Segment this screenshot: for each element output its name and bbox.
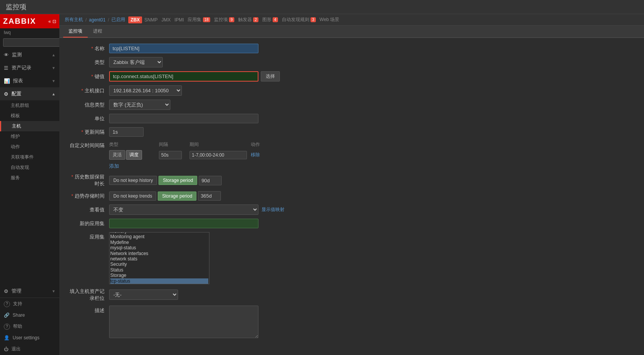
nav-auto-discovery[interactable]: 自动发现规则 3 — [280, 16, 317, 24]
form-row-app-set: 应用集 Memory Monitoring agent Mydefine mys… — [67, 232, 636, 284]
nav-snmp[interactable]: SNMP — [143, 16, 159, 23]
nav-graphs[interactable]: 图形 4 — [261, 16, 280, 24]
config-icon: ⚙ — [4, 91, 8, 97]
sidebar-item-assets[interactable]: ☰ 资产记录 ▼ — [0, 61, 59, 74]
sidebar-share[interactable]: 🔗 Share — [0, 310, 59, 321]
sidebar-logout[interactable]: ⏻ 退出 — [0, 343, 59, 355]
fill-select[interactable]: -无- — [109, 290, 178, 300]
top-nav: 所有主机 / agent01 / 已启用 ZBX SNMP JMX IPMI 应… — [59, 14, 644, 26]
form-row-new-app: 新的应用集 — [67, 219, 636, 228]
app-set-select[interactable]: Memory Monitoring agent Mydefine mysql-s… — [110, 232, 209, 284]
form-row-interface: * 主机接口 192.168.226.164 : 10050 — [67, 85, 636, 96]
no-keep-trends-button[interactable]: Do not keep trends — [109, 191, 156, 201]
add-interval-button[interactable]: 添加 — [109, 163, 119, 170]
tab-monitor-item[interactable]: 监控项 — [63, 26, 88, 38]
key-label: * 键值 — [67, 73, 109, 80]
chevron-right-icon: ▼ — [52, 66, 56, 70]
interval-type-flexible[interactable]: 灵活 — [109, 150, 125, 160]
sidebar-item-reports[interactable]: 📊 报表 ▼ — [0, 74, 59, 87]
nav-all-hosts[interactable]: 所有主机 — [63, 16, 85, 24]
collapse-icon[interactable]: « — [48, 19, 51, 24]
sidebar-logo: ZABBIX « ⊡ — [0, 14, 59, 28]
interval-col-interval: 间隔 — [159, 141, 190, 149]
form-row-info-type: 信息类型 数字 (无正负) 数字 (浮点) 字符串 日志 文本 — [67, 100, 636, 110]
admin-icon: ⚙ — [4, 288, 8, 294]
show-value-map-button[interactable]: 显示值映射 — [262, 206, 284, 213]
form-row-update-interval: * 更新间隔 — [67, 127, 636, 137]
nav-triggers[interactable]: 触发器 2 — [237, 16, 260, 24]
nav-web-scenarios[interactable]: Web 场景 — [318, 16, 341, 24]
nav-agent01[interactable]: agent01 — [87, 16, 107, 23]
storage-period-history-button[interactable]: Storage period — [159, 176, 197, 185]
support-icon: ? — [4, 301, 10, 307]
custom-interval-row: 灵活 调度 — [109, 149, 263, 160]
sidebar-sub-maintenance[interactable]: 维护 — [0, 131, 59, 142]
sidebar-user: lwq — [0, 28, 59, 37]
sidebar-item-label: 资产记录 — [11, 64, 31, 71]
sidebar-sub-host-groups[interactable]: 主机群组 — [0, 100, 59, 111]
nav-zbx-badge[interactable]: ZBX — [128, 16, 142, 23]
no-keep-history-button[interactable]: Do not keep history — [109, 176, 157, 185]
sidebar-help[interactable]: ? 帮助 — [0, 321, 59, 332]
sub-tabs: 监控项 进程 — [59, 26, 644, 38]
tab-process[interactable]: 进程 — [88, 26, 108, 38]
type-select[interactable]: Zabbix 客户端 SNMP IPMI JMX — [109, 57, 163, 67]
sidebar-sub-services[interactable]: 服务 — [0, 173, 59, 183]
form-row-custom-interval: 自定义时间间隔 类型 间隔 期间 动作 — [67, 141, 636, 170]
trends-value-input[interactable] — [198, 191, 221, 201]
interval-remove-button[interactable]: 移除 — [251, 152, 260, 158]
sidebar-item-monitor[interactable]: 👁 监测 ▲ — [0, 48, 59, 61]
interval-col-period: 期间 — [190, 141, 251, 149]
fullscreen-icon[interactable]: ⊡ — [52, 19, 56, 24]
interval-type-scheduled[interactable]: 调度 — [126, 150, 142, 160]
help-icon: ? — [4, 324, 10, 330]
search-input[interactable] — [3, 38, 59, 47]
form-row-value-map: 查看值 不变 显示值映射 — [67, 204, 636, 215]
sidebar-sub-templates[interactable]: 模板 — [0, 111, 59, 121]
sidebar-sub-actions[interactable]: 动作 — [0, 142, 59, 152]
logout-icon: ⏻ — [4, 347, 8, 352]
nav-monitor-items[interactable]: 监控项 9 — [212, 16, 236, 24]
interval-col-action: 动作 — [251, 141, 263, 149]
description-textarea[interactable] — [109, 306, 258, 338]
sidebar-item-config[interactable]: ⚙ 配置 ▲ — [0, 87, 59, 100]
sidebar-sub-discovery[interactable]: 自动发现 — [0, 162, 59, 173]
logo-text: ZABBIX — [3, 17, 36, 26]
new-app-input[interactable] — [109, 219, 258, 228]
history-label: * 历史数据保留时长 — [67, 173, 109, 187]
interval-col-type: 类型 — [109, 141, 159, 149]
sidebar-user-settings[interactable]: 👤 User settings — [0, 332, 59, 343]
info-type-label: 信息类型 — [67, 101, 109, 108]
storage-period-trends-button[interactable]: Storage period — [158, 191, 196, 201]
custom-interval-label: 自定义时间间隔 — [67, 141, 109, 149]
nav-enabled[interactable]: 已启用 — [110, 16, 127, 24]
sidebar-sub-hosts[interactable]: 主机 — [0, 121, 59, 131]
interval-period-input[interactable] — [190, 151, 247, 159]
page-title: 监控项 — [6, 3, 26, 11]
interval-value-input[interactable] — [159, 151, 182, 159]
key-input[interactable] — [109, 71, 258, 82]
interface-select[interactable]: 192.168.226.164 : 10050 — [109, 85, 182, 96]
sidebar-support[interactable]: ? 支持 — [0, 298, 59, 310]
nav-app-sets[interactable]: 应用集 18 — [186, 16, 211, 24]
update-interval-input[interactable] — [109, 127, 144, 137]
sidebar-item-label: 配置 — [11, 90, 21, 97]
sidebar-item-admin[interactable]: ⚙ 管理 ▼ — [0, 285, 59, 298]
nav-jmx[interactable]: JMX — [160, 16, 172, 23]
form-row-unit: 单位 — [67, 114, 636, 123]
sidebar-sub-correlation[interactable]: 关联项事件 — [0, 152, 59, 162]
description-label: 描述 — [67, 306, 109, 314]
info-type-select[interactable]: 数字 (无正负) 数字 (浮点) 字符串 日志 文本 — [109, 100, 170, 110]
form-row-trends: * 趋势存储时间 Do not keep trends Storage peri… — [67, 191, 636, 201]
form-row-fill: 填入主机资产记录栏位 -无- — [67, 288, 636, 302]
history-value-input[interactable] — [199, 176, 222, 185]
fill-label: 填入主机资产记录栏位 — [67, 288, 109, 302]
value-map-select[interactable]: 不变 — [109, 204, 258, 215]
key-select-button[interactable]: 选择 — [261, 71, 280, 82]
nav-ipmi[interactable]: IPMI — [173, 16, 186, 23]
name-input[interactable] — [109, 44, 258, 53]
name-label: * 名称 — [67, 45, 109, 52]
update-interval-label: * 更新间隔 — [67, 129, 109, 136]
type-label: 类型 — [67, 59, 109, 66]
unit-input[interactable] — [109, 114, 258, 123]
